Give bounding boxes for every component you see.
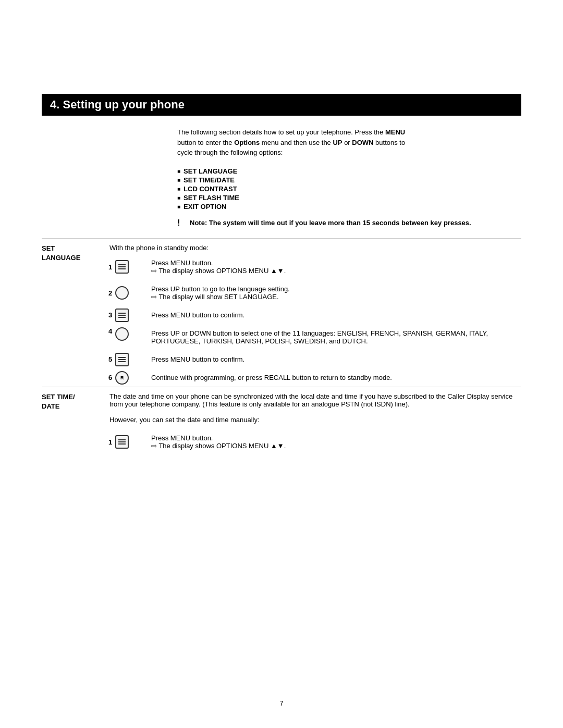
page-number: 7 <box>279 699 283 707</box>
step6-number: 6 <box>108 374 112 381</box>
set-language-step5: 5 Press MENU button to confirm. <box>42 350 521 368</box>
set-language-step6: 6 R Continue with programming, or press … <box>42 368 521 387</box>
set-language-header: SETLANGUAGE <box>42 239 104 387</box>
set-language-step3: 3 Press MENU button to confirm. <box>42 306 521 324</box>
step2-number: 2 <box>108 289 112 297</box>
set-time-date-header: SET TIME/DATE <box>42 387 104 455</box>
set-language-title: SETLANGUAGE <box>42 244 99 263</box>
options-ul: SET LANGUAGE SET TIME/DATE LCD CONTRAST … <box>177 167 521 211</box>
set-time-date-step1-number: 1 <box>108 438 112 446</box>
step1-number: 1 <box>108 263 112 271</box>
options-list: SET LANGUAGE SET TIME/DATE LCD CONTRAST … <box>42 167 521 211</box>
set-time-date-step1: 1 Press MENU button. ⇨ The display shows… <box>42 429 521 455</box>
step4-number: 4 <box>108 327 112 335</box>
chapter-heading: 4. Setting up your phone <box>42 94 521 116</box>
intro-section: The following section details how to set… <box>42 127 521 158</box>
set-language-header-row: SETLANGUAGE With the phone in standby mo… <box>42 239 521 254</box>
step4-desc: Press UP or DOWN button to select one of… <box>146 324 521 350</box>
step1-desc: Press MENU button. ⇨ The display shows O… <box>146 254 521 280</box>
intro-text: The following section details how to set… <box>177 127 417 158</box>
step5-number-cell: 5 <box>104 350 146 368</box>
step2-number-cell: 2 <box>104 280 146 306</box>
option-set-time-date: SET TIME/DATE <box>177 176 521 184</box>
set-time-date-intro: The date and time on your phone can be s… <box>104 387 521 429</box>
step5-number: 5 <box>108 355 112 363</box>
note-box: ! Note: The system will time out if you … <box>42 218 521 228</box>
step1-menu-icon <box>115 260 129 274</box>
step1-number-cell: 1 <box>104 254 146 280</box>
note-text: Note: The system will time out if you le… <box>190 218 471 228</box>
page: 4. Setting up your phone The following s… <box>0 0 563 728</box>
step3-menu-icon <box>115 309 129 322</box>
step5-menu-icon <box>115 353 129 366</box>
set-language-step2: 2 Press UP button to go to the language … <box>42 280 521 306</box>
step4-round-icon <box>115 327 129 341</box>
step6-desc: Continue with programming, or press RECA… <box>146 368 521 387</box>
option-set-language: SET LANGUAGE <box>177 167 521 175</box>
note-icon: ! <box>177 218 186 228</box>
set-time-date-step1-menu-icon <box>115 435 129 449</box>
set-time-date-step1-desc: Press MENU button. ⇨ The display shows O… <box>146 429 521 455</box>
option-exit-option: EXIT OPTION <box>177 203 521 211</box>
set-language-step1: 1 Press MENU button. ⇨ The display shows… <box>42 254 521 280</box>
step3-desc: Press MENU button to confirm. <box>146 306 521 324</box>
step3-number: 3 <box>108 311 112 319</box>
step2-desc: Press UP button to go to the language se… <box>146 280 521 306</box>
option-set-flash-time: SET FLASH TIME <box>177 194 521 202</box>
step2-round-icon <box>115 286 129 300</box>
set-time-date-header-row: SET TIME/DATE The date and time on your … <box>42 387 521 429</box>
page-number-area: 7 <box>0 699 563 707</box>
set-language-standby: With the phone in standby mode: <box>104 239 521 254</box>
option-lcd-contrast: LCD CONTRAST <box>177 185 521 193</box>
set-language-step4: 4 Press UP or DOWN button to select one … <box>42 324 521 350</box>
set-language-section: SETLANGUAGE With the phone in standby mo… <box>42 238 521 455</box>
set-time-date-title: SET TIME/DATE <box>42 392 99 411</box>
set-time-date-step1-number-cell: 1 <box>104 429 146 455</box>
step3-number-cell: 3 <box>104 306 146 324</box>
chapter-title: 4. Setting up your phone <box>50 98 513 112</box>
step4-number-cell: 4 <box>104 324 146 350</box>
step5-desc: Press MENU button to confirm. <box>146 350 521 368</box>
step6-recall-icon: R <box>115 371 129 385</box>
step6-number-cell: 6 R <box>104 368 146 387</box>
